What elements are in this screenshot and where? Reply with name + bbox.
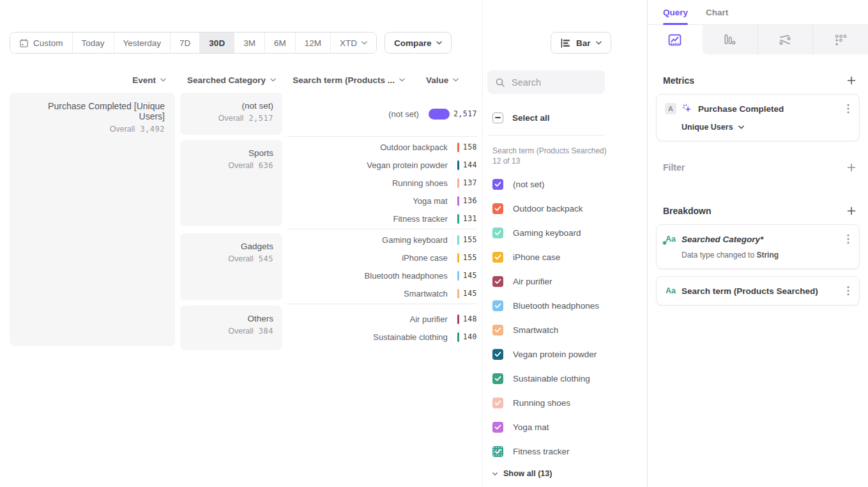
date-button-today[interactable]: Today [72,33,114,53]
legend-search[interactable] [487,70,605,94]
legend-checkbox[interactable] [492,373,503,384]
event-name: Purchase Completed [Unique Users] [20,101,165,121]
kebab-menu-icon[interactable] [846,102,851,115]
legend-checkbox[interactable] [492,203,503,214]
metric-card[interactable]: A Purchase Completed Unique Users [656,94,860,141]
value-number: 158 [463,143,477,151]
check-icon [494,182,501,187]
value-number: 155 [463,235,477,244]
measure-dropdown[interactable]: Unique Users [681,123,851,132]
add-metric-button[interactable] [846,75,857,86]
check-icon [494,254,501,260]
search-term-row[interactable]: Running shoes 137 [287,174,477,192]
date-range-toolbar: Custom Today Yesterday 7D 30D 3M 6M 12M … [10,32,452,54]
kebab-menu-icon[interactable] [846,233,851,245]
legend-item[interactable]: Sustainable clothing [483,366,648,390]
legend-item[interactable]: Air purifier [483,269,648,293]
search-term-row[interactable]: Yoga mat 136 [287,192,477,210]
breakdown-subtitle: Data type changed to String [681,251,851,259]
select-all-label: Select all [512,113,550,123]
legend-checkbox[interactable] [492,179,503,190]
date-button-xtd[interactable]: XTD [330,33,376,53]
legend-checkbox[interactable] [492,300,503,311]
tab-retention[interactable] [812,25,868,54]
category-name: Sports [189,148,273,158]
legend-checkbox[interactable] [492,422,503,433]
category-cell[interactable]: Sports Overall636 [180,140,282,226]
search-term-row[interactable]: Smartwatch 145 [287,284,477,302]
column-header-searched-category[interactable]: Searched Category [180,72,276,88]
check-icon [494,352,501,357]
date-button-custom[interactable]: Custom [10,33,72,53]
tab-chart[interactable]: Chart [706,0,728,24]
legend-item[interactable]: Outdoor backpack [483,196,648,220]
date-button-3m[interactable]: 3M [234,33,264,53]
value-bar [457,332,459,342]
search-term-row[interactable]: Gaming keyboard 155 [287,231,477,249]
select-all-checkbox[interactable] [492,112,503,123]
date-button-6m[interactable]: 6M [264,33,295,53]
breakdown-card-searched-category[interactable]: Aa ✱ Searched Category* Data type change… [656,224,860,269]
legend-item-label: Gaming keyboard [513,228,581,238]
check-icon [494,400,501,406]
search-term-row[interactable]: Outdoor backpack 158 [287,138,477,156]
legend-item[interactable]: Fitness tracker [483,439,648,463]
column-header-value[interactable]: Value [426,72,483,88]
legend-item[interactable]: iPhone case [483,245,648,269]
add-breakdown-button[interactable] [846,205,857,217]
legend-checkbox[interactable] [492,446,503,457]
show-all-button[interactable]: Show all (13) [492,465,552,482]
column-header-event[interactable]: Event [10,72,166,88]
legend-item[interactable]: Yoga mat [483,415,648,439]
search-term-row[interactable]: (not set) 2,517 [287,105,477,123]
category-cell[interactable]: Others Overall384 [180,305,282,350]
legend-checkbox[interactable] [492,325,503,336]
date-button-yesterday[interactable]: Yesterday [114,33,171,53]
breakdown-section-head: Breakdown [663,205,857,217]
legend-checkbox[interactable] [492,276,503,287]
tab-query[interactable]: Query [663,0,688,24]
value-bar [457,160,459,170]
legend-item[interactable]: Gaming keyboard [483,220,648,245]
date-button-12m[interactable]: 12M [295,33,330,53]
date-range-group: Custom Today Yesterday 7D 30D 3M 6M 12M … [10,32,377,54]
search-input[interactable] [512,77,588,88]
search-term-row[interactable]: Bluetooth headphones 145 [287,267,477,284]
search-term-row[interactable]: Vegan protein powder 144 [287,156,477,174]
legend-checkbox[interactable] [492,252,503,263]
value-bar [457,289,459,298]
add-filter-button[interactable] [846,162,857,173]
search-term-row[interactable]: iPhone case 155 [287,249,477,267]
legend-checkbox[interactable] [492,349,503,360]
search-term-row[interactable]: Sustainable clothing 140 [287,328,477,346]
select-all-row[interactable]: Select all [492,108,550,127]
check-icon [494,449,501,454]
tab-insights[interactable] [648,25,703,54]
column-header-search-term[interactable]: Search term (Products ... [286,72,405,88]
legend-item-label: Air purifier [513,277,552,286]
legend-checkbox[interactable] [492,228,503,238]
insights-icon [668,33,681,47]
search-term-label: Fitness tracker [287,214,457,224]
legend-item[interactable]: Running shoes [483,390,648,415]
legend-checkbox[interactable] [492,398,503,408]
category-cell[interactable]: Gadgets Overall545 [180,233,282,300]
legend-item[interactable]: (not set) [483,172,648,196]
legend-item[interactable]: Smartwatch [483,318,648,342]
filter-section: Filter [663,162,857,173]
date-button-30d[interactable]: 30D [199,33,234,53]
kebab-menu-icon[interactable] [846,284,851,297]
search-term-row[interactable]: Fitness tracker 131 [287,210,477,228]
category-cell[interactable]: (not set) Overall2,517 [180,93,282,135]
tab-funnels[interactable] [703,25,758,54]
legend-item[interactable]: Vegan protein powder [483,342,648,366]
legend-item[interactable]: Bluetooth headphones [483,293,648,318]
check-icon [494,303,501,309]
tab-flows[interactable] [758,25,813,54]
event-cell[interactable]: Purchase Completed [Unique Users] Overal… [10,93,175,346]
breakdown-card-search-term[interactable]: Aa Search term (Products Searched) [656,276,860,305]
date-button-7d[interactable]: 7D [170,33,199,53]
compare-button[interactable]: Compare [385,32,452,54]
search-term-row[interactable]: Air purifier 148 [287,310,477,328]
check-icon [494,206,501,212]
